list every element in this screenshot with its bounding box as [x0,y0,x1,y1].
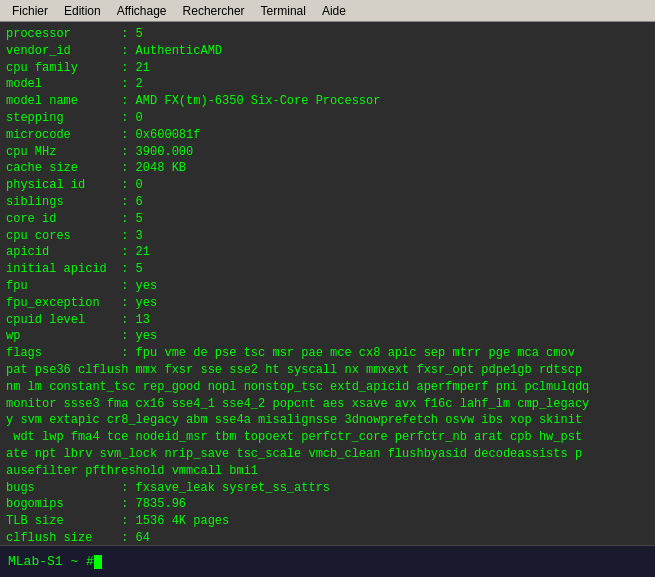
cursor [94,555,102,569]
prompt-text: MLab-S1 ~ # [8,554,94,569]
menu-terminal[interactable]: Terminal [253,2,314,20]
menubar: Fichier Edition Affichage Rechercher Ter… [0,0,655,22]
terminal-output: processor : 5 vendor_id : AuthenticAMD c… [0,22,655,545]
status-bar: MLab-S1 ~ # [0,545,655,577]
menu-rechercher[interactable]: Rechercher [175,2,253,20]
menu-affichage[interactable]: Affichage [109,2,175,20]
menu-edition[interactable]: Edition [56,2,109,20]
menu-aide[interactable]: Aide [314,2,354,20]
menu-fichier[interactable]: Fichier [4,2,56,20]
